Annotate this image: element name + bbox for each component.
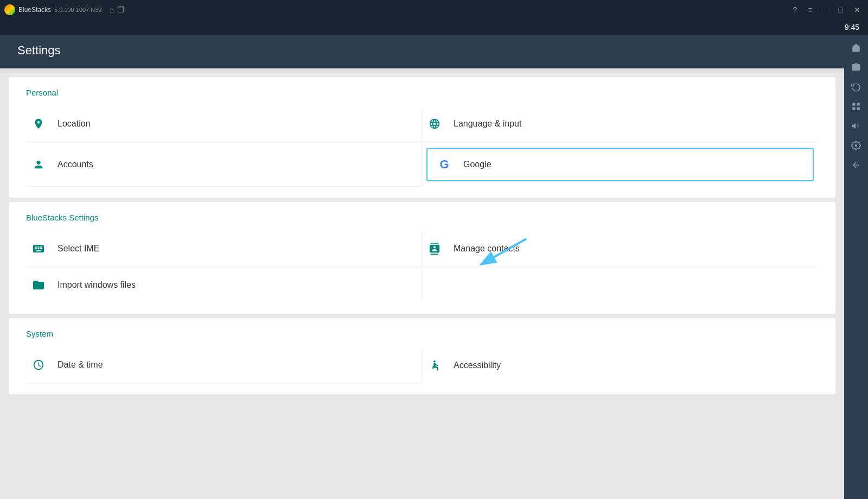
language-input-item[interactable]: Language & input	[422, 106, 818, 142]
accessibility-icon	[426, 357, 443, 374]
date-time-label: Date & time	[58, 360, 103, 370]
accessibility-label: Accessibility	[454, 361, 501, 370]
contacts-icon	[426, 241, 443, 257]
window-controls: ? ≡ − □ ✕	[789, 4, 864, 15]
svg-marker-6	[852, 123, 856, 129]
sidebar-screenshot-icon[interactable]	[847, 59, 865, 76]
location-item[interactable]: Location	[26, 106, 422, 142]
bluestacks-settings-grid: Select IME Manage contacts	[26, 231, 818, 303]
copy-icon[interactable]: ❐	[117, 5, 124, 14]
svg-rect-3	[857, 103, 860, 105]
location-icon	[30, 116, 47, 132]
menu-icon[interactable]: ≡	[805, 4, 815, 15]
scroll-spacer	[0, 68, 844, 73]
google-item-wrapper[interactable]: G Google	[422, 142, 818, 187]
app-version-label: 5.0.100.1007 N32	[54, 7, 101, 13]
manage-contacts-label: Manage contacts	[454, 244, 520, 254]
app-name-label: BlueStacks	[18, 6, 51, 14]
maximize-button[interactable]: □	[835, 4, 846, 15]
location-label: Location	[58, 119, 91, 129]
keyboard-icon	[30, 241, 47, 257]
right-sidebar	[844, 35, 868, 499]
app-logo	[4, 4, 15, 15]
sidebar-back-icon[interactable]	[847, 156, 865, 174]
settings-content: Personal Location	[0, 73, 844, 403]
clock-icon	[30, 357, 47, 373]
system-section-card: System Date & time	[9, 318, 835, 394]
title-bar: BlueStacks 5.0.100.1007 N32 ⌂ ❐ ? ≡ − □ …	[0, 0, 868, 20]
date-time-item[interactable]: Date & time	[26, 347, 422, 383]
system-section-title: System	[26, 329, 818, 338]
sidebar-settings-icon[interactable]	[847, 137, 865, 154]
sidebar-home-icon[interactable]	[847, 39, 865, 56]
google-icon: G	[436, 156, 452, 173]
minimize-button[interactable]: −	[820, 4, 831, 15]
accounts-icon	[30, 156, 47, 173]
svg-rect-4	[857, 108, 860, 110]
main-layout: Settings Personal Location	[0, 35, 868, 499]
accounts-item[interactable]: Accounts	[26, 142, 422, 187]
system-grid: Date & time Accessibility	[26, 347, 818, 383]
bluestacks-settings-section-title: BlueStacks Settings	[26, 213, 818, 222]
sidebar-rotate-icon[interactable]	[847, 78, 865, 96]
import-windows-files-item[interactable]: Import windows files	[26, 267, 422, 303]
language-input-label: Language & input	[454, 119, 521, 129]
accounts-label: Accounts	[58, 160, 93, 169]
google-label: Google	[463, 160, 492, 169]
settings-header: Settings	[0, 35, 844, 68]
page-title: Settings	[17, 43, 61, 57]
svg-point-7	[855, 144, 858, 147]
time-display: 9:45	[845, 23, 859, 31]
sidebar-volume-icon[interactable]	[847, 117, 865, 135]
svg-point-0	[433, 360, 436, 362]
language-icon	[426, 116, 443, 132]
sidebar-grid-icon[interactable]	[847, 98, 865, 115]
manage-contacts-item[interactable]: Manage contacts	[422, 231, 818, 267]
help-icon[interactable]: ?	[789, 4, 800, 15]
folder-icon	[30, 277, 47, 293]
svg-rect-2	[852, 103, 855, 105]
personal-section-card: Personal Location	[9, 77, 835, 198]
time-bar: 9:45	[0, 20, 868, 35]
accessibility-item[interactable]: Accessibility	[422, 347, 818, 383]
select-ime-item[interactable]: Select IME	[26, 231, 422, 267]
select-ime-label: Select IME	[58, 244, 99, 254]
personal-grid: Location Language & input	[26, 106, 818, 187]
personal-section-title: Personal	[26, 88, 818, 97]
title-bar-left: BlueStacks 5.0.100.1007 N32 ⌂ ❐	[4, 4, 124, 15]
bluestacks-settings-section-card: BlueStacks Settings Select IME	[9, 202, 835, 314]
import-windows-files-label: Import windows files	[58, 280, 136, 290]
home-icon[interactable]: ⌂	[110, 5, 114, 14]
google-item[interactable]: G Google	[426, 148, 814, 181]
content-area: Settings Personal Location	[0, 35, 844, 499]
svg-rect-5	[852, 108, 855, 110]
close-button[interactable]: ✕	[851, 4, 864, 15]
